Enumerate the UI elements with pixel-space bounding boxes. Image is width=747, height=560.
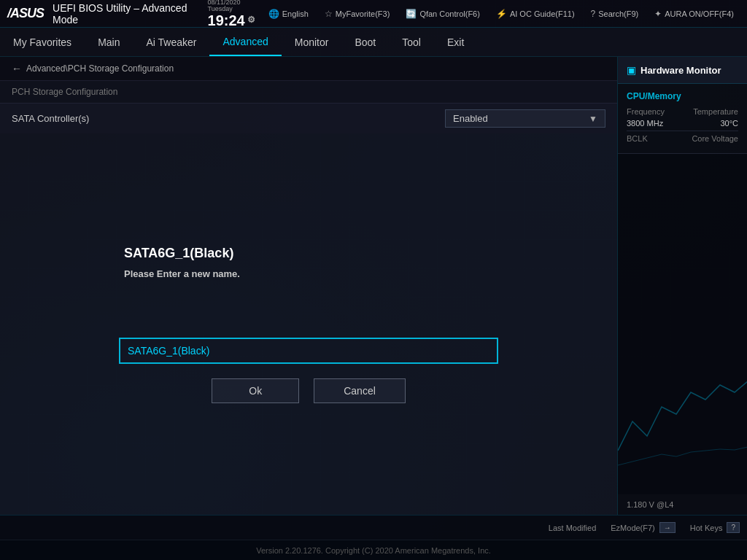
config-row-sata: SATA Controller(s) Enabled ▼: [0, 103, 617, 133]
version-bar: Version 2.20.1276. Copyright (C) 2020 Am…: [0, 540, 747, 560]
main-panel: ← Advanced\PCH Storage Configuration PCH…: [0, 57, 617, 515]
version-text: Version 2.20.1276. Copyright (C) 2020 Am…: [256, 546, 491, 555]
asus-logo: /ASUS: [7, 6, 44, 21]
ok-button[interactable]: Ok: [212, 378, 299, 403]
settings-icon[interactable]: ⚙: [247, 15, 255, 25]
ai-oc-guide-button[interactable]: ⚡ AI OC Guide(F11): [490, 7, 581, 21]
content-area: ← Advanced\PCH Storage Configuration PCH…: [0, 57, 747, 515]
navigation-bar: My Favorites Main Ai Tweaker Advanced Mo…: [0, 28, 747, 57]
hw-graph-area: [618, 154, 747, 494]
breadcrumb-path: Advanced\PCH Storage Configuration: [26, 63, 174, 74]
frequency-value: 3800 MHz: [627, 119, 663, 128]
frequency-value-row: 3800 MHz 30°C: [627, 119, 738, 128]
fan-icon: 🔄: [406, 9, 417, 19]
nav-boot[interactable]: Boot: [341, 28, 389, 56]
date-label: 08/11/2020 Tuesday: [208, 0, 241, 12]
nav-advanced[interactable]: Advanced: [209, 28, 281, 56]
temperature-value: 30°C: [720, 119, 738, 128]
nav-exit[interactable]: Exit: [434, 28, 477, 56]
aura-toggle-button[interactable]: ✦ AURA ON/OFF(F4): [649, 7, 740, 21]
time-label: 19:24 ⚙: [208, 12, 255, 28]
qfan-control-button[interactable]: 🔄 Qfan Control(F6): [400, 7, 486, 21]
last-modified-item: Last Modified: [549, 524, 596, 532]
breadcrumb: ← Advanced\PCH Storage Configuration: [0, 57, 617, 81]
frequency-label: Frequency: [627, 107, 665, 116]
lightning-icon: ⚡: [496, 9, 507, 19]
temperature-label: Temperature: [693, 107, 738, 116]
search-button[interactable]: ? Search(F9): [585, 7, 645, 21]
cpu-memory-title: CPU/Memory: [627, 91, 738, 101]
section-label: PCH Storage Configuration: [0, 81, 617, 103]
nav-tool[interactable]: Tool: [389, 28, 434, 56]
hot-keys-badge: ?: [727, 522, 740, 533]
rename-input[interactable]: [119, 338, 498, 364]
ez-mode-button[interactable]: EzMode(F7) →: [611, 522, 676, 533]
frequency-row: Frequency Temperature: [627, 107, 738, 116]
nav-main[interactable]: Main: [85, 28, 133, 56]
graph-svg: [618, 246, 747, 494]
hw-monitor-header: ▣ Hardware Monitor: [618, 57, 747, 84]
hw-monitor-title: Hardware Monitor: [640, 65, 721, 76]
star-icon: ☆: [325, 9, 333, 19]
datetime-display: 08/11/2020 Tuesday 19:24 ⚙: [208, 0, 255, 28]
cpu-memory-section: CPU/Memory Frequency Temperature 3800 MH…: [618, 84, 747, 154]
nav-ai-tweaker[interactable]: Ai Tweaker: [133, 28, 209, 56]
dialog-input-row: [119, 338, 498, 364]
ez-mode-arrow-icon: →: [659, 522, 676, 533]
my-favorite-button[interactable]: ☆ MyFavorite(F3): [319, 7, 396, 21]
back-arrow-icon[interactable]: ←: [12, 63, 22, 74]
question-icon: ?: [591, 9, 596, 19]
aura-icon: ✦: [654, 9, 662, 19]
dialog-subtitle: Please Enter a new name.: [124, 268, 240, 279]
nav-my-favorites[interactable]: My Favorites: [0, 28, 85, 56]
sata-controller-dropdown[interactable]: Enabled ▼: [445, 109, 605, 128]
monitor-icon: ▣: [627, 64, 636, 76]
hw-divider: [627, 131, 738, 131]
core-voltage-label: Core Voltage: [692, 134, 738, 143]
hot-keys-button[interactable]: Hot Keys ?: [690, 522, 740, 533]
chevron-down-icon: ▼: [589, 114, 597, 124]
language-selector[interactable]: 🌐 English: [263, 7, 314, 21]
dialog-title: SATA6G_1(Black): [124, 246, 233, 261]
footer-bar: Last Modified EzMode(F7) → Hot Keys ?: [0, 515, 747, 540]
sata-controller-label: SATA Controller(s): [12, 113, 89, 124]
cancel-button[interactable]: Cancel: [314, 378, 406, 403]
dialog-buttons: Ok Cancel: [119, 378, 498, 403]
bclk-row: BCLK Core Voltage: [627, 134, 738, 143]
globe-icon: 🌐: [268, 9, 279, 19]
dialog-area: SATA6G_1(Black) Please Enter a new name.…: [0, 133, 617, 515]
hardware-monitor-panel: ▣ Hardware Monitor CPU/Memory Frequency …: [617, 57, 747, 515]
bios-title: UEFI BIOS Utility – Advanced Mode: [53, 2, 199, 26]
hw-voltage-reading: 1.180 V @L4: [618, 494, 747, 515]
header-bar: /ASUS UEFI BIOS Utility – Advanced Mode …: [0, 0, 747, 28]
nav-monitor[interactable]: Monitor: [282, 28, 342, 56]
bclk-label: BCLK: [627, 134, 648, 143]
